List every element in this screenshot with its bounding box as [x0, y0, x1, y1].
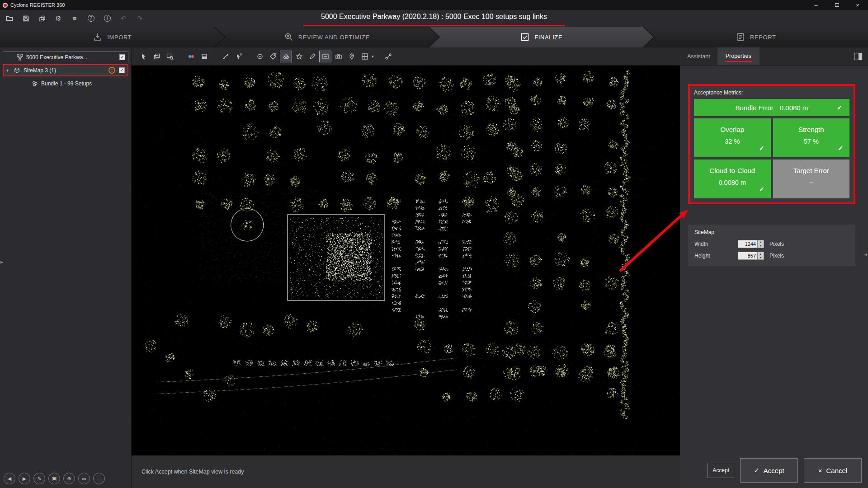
- cancel-button[interactable]: × Cancel: [804, 458, 862, 483]
- height-spinner: ▲ ▼: [758, 252, 764, 260]
- point-cloud-viewport[interactable]: [132, 66, 680, 455]
- bundle-error-label: Bundle Error: [736, 104, 774, 112]
- zoom-window-icon[interactable]: [164, 51, 176, 62]
- project-visibility-checkbox[interactable]: ✓: [119, 54, 125, 60]
- grid-dropdown-caret-icon[interactable]: ▾: [372, 54, 374, 59]
- check-icon: ✓: [837, 104, 842, 111]
- height-spin-down-icon[interactable]: ▼: [758, 256, 764, 259]
- redo-icon[interactable]: ↷: [135, 14, 145, 23]
- list-menu-icon[interactable]: ≡: [70, 14, 80, 23]
- frame-view-button[interactable]: ▭: [78, 473, 90, 484]
- metrics-row: Cloud-to-Cloud 0.0080 m ✓ Target Error -…: [694, 160, 849, 198]
- title-bar: Cyclone REGISTER 360 – ×: [0, 0, 868, 10]
- minimize-button[interactable]: –: [806, 0, 826, 10]
- tree-item-sitemap[interactable]: ▾ SiteMap 3 (1) ! ✓: [3, 64, 128, 76]
- check-icon: ✓: [838, 145, 843, 152]
- project-title: 5000 Executive Parkway (2020.2.18) : 500…: [321, 13, 547, 21]
- cloud-to-cloud-label: Cloud-to-Cloud: [709, 167, 755, 174]
- workflow-step-label: FINALIZE: [534, 34, 562, 41]
- project-tree: 5000 Executive Parkwa... ✓ ▾ SiteMap 3 (…: [0, 47, 131, 89]
- tab-assistant[interactable]: Assistant: [680, 47, 717, 65]
- maximize-icon: [835, 3, 839, 7]
- close-icon: ×: [818, 467, 822, 474]
- workflow-step-review[interactable]: REVIEW AND OPTIMIZE: [215, 27, 439, 47]
- sitemap-frame-icon[interactable]: [319, 51, 331, 62]
- mask-region-icon[interactable]: [198, 51, 210, 62]
- workflow-step-report[interactable]: REPORT: [644, 27, 868, 47]
- canvas-toolbar: ▾: [132, 47, 680, 66]
- acceptance-metrics-title: Acceptance Metrics:: [694, 89, 849, 96]
- target-icon[interactable]: [254, 51, 266, 62]
- open-folder-icon[interactable]: [5, 14, 14, 23]
- prev-view-button[interactable]: ◀: [4, 473, 15, 484]
- duplicate-view-button[interactable]: ▣: [48, 473, 60, 484]
- cloud-icon[interactable]: [280, 51, 292, 62]
- maximize-button[interactable]: [826, 0, 847, 10]
- point-cloud-canvas[interactable]: [132, 66, 680, 455]
- star-annotation-icon[interactable]: [293, 51, 305, 62]
- width-spin-up-icon[interactable]: ▲: [758, 240, 764, 244]
- accept-small-button[interactable]: Accept: [708, 463, 734, 478]
- tree-item-label: SiteMap 3 (1): [24, 67, 56, 74]
- tab-label: Properties: [725, 51, 752, 62]
- settings-gear-icon[interactable]: ⚙: [53, 14, 63, 23]
- camera-icon[interactable]: [332, 51, 344, 62]
- width-spin-down-icon[interactable]: ▼: [758, 244, 764, 248]
- width-spinner: ▲ ▼: [758, 240, 764, 248]
- help-icon[interactable]: ?: [86, 14, 96, 23]
- panel-layout-toggle-icon[interactable]: [854, 47, 863, 65]
- tree-item-bundle[interactable]: Bundle 1 - 99 Setups: [3, 77, 128, 89]
- check-icon: ✓: [759, 186, 764, 193]
- sidebar-collapse-handle[interactable]: ▸: [0, 258, 4, 265]
- save-icon[interactable]: [21, 14, 31, 23]
- more-options-button[interactable]: …: [93, 473, 105, 484]
- status-hint: Click Accept when SiteMap view is ready: [142, 469, 244, 475]
- pen-markup-icon[interactable]: [306, 51, 318, 62]
- expander-icon[interactable]: ▾: [6, 68, 13, 73]
- tab-properties[interactable]: Properties: [717, 47, 760, 65]
- sitemap-section-title: SiteMap: [694, 229, 849, 235]
- height-row: Height ▲ ▼ Pixels: [694, 252, 849, 260]
- copy-project-icon[interactable]: [37, 14, 47, 23]
- panel-collapse-handle[interactable]: ◂: [864, 251, 867, 258]
- zoom-view-button[interactable]: ⊕: [63, 473, 75, 484]
- tab-label: Assistant: [687, 53, 710, 60]
- properties-panel: Assistant Properties Acceptance Metrics:…: [680, 47, 868, 488]
- cloud-to-cloud-value: 0.0080 m: [694, 179, 771, 186]
- cursor-select-icon[interactable]: [137, 51, 150, 62]
- sitemap-visibility-checkbox[interactable]: ✓: [119, 67, 125, 73]
- link-nodes-icon[interactable]: [185, 51, 197, 62]
- workflow-step-finalize[interactable]: FINALIZE: [429, 27, 654, 47]
- measure-ruler-icon[interactable]: [219, 51, 231, 62]
- project-title-underline: [303, 25, 565, 26]
- window-controls: – ×: [806, 0, 868, 10]
- bundle-error-value: 0.0080 m: [780, 104, 808, 112]
- sitemap-cube-icon: [14, 67, 20, 74]
- height-input[interactable]: [738, 252, 758, 260]
- next-view-button[interactable]: ▶: [19, 473, 30, 484]
- geotag-pin-icon[interactable]: [345, 51, 358, 62]
- info-icon[interactable]: i: [102, 14, 112, 23]
- toolbar-icons: ⚙ ≡ ? i ↶ ↷: [5, 10, 145, 27]
- height-spin-up-icon[interactable]: ▲: [758, 252, 764, 256]
- tree-item-project[interactable]: 5000 Executive Parkwa... ✓: [3, 51, 128, 63]
- cloud-to-cloud-tile: Cloud-to-Cloud 0.0080 m ✓: [694, 160, 771, 198]
- close-button[interactable]: ×: [847, 0, 868, 10]
- project-tree-sidebar: 5000 Executive Parkwa... ✓ ▾ SiteMap 3 (…: [0, 47, 132, 488]
- accept-button[interactable]: ✓ Accept: [740, 458, 798, 483]
- accept-button-label: Accept: [764, 467, 784, 474]
- width-input[interactable]: [738, 240, 758, 248]
- undo-icon[interactable]: ↶: [118, 14, 128, 23]
- tree-item-label: 5000 Executive Parkwa...: [26, 54, 87, 61]
- cyclone-register-window: Cyclone REGISTER 360 – × ⚙ ≡ ? i ↶ ↷ 500…: [0, 0, 868, 488]
- optimize-links-icon[interactable]: [382, 51, 395, 62]
- app-logo-icon: [3, 3, 8, 8]
- edit-pencil-button[interactable]: ✎: [33, 473, 45, 484]
- workflow-step-import[interactable]: IMPORT: [0, 27, 225, 47]
- tag-icon[interactable]: [267, 51, 279, 62]
- app-title: Cyclone REGISTER 360: [10, 2, 65, 8]
- ortho-grid-icon[interactable]: [359, 51, 371, 62]
- target-error-label: Target Error: [793, 167, 829, 174]
- pick-point-icon[interactable]: [232, 51, 245, 62]
- window-copy-icon[interactable]: [151, 51, 163, 62]
